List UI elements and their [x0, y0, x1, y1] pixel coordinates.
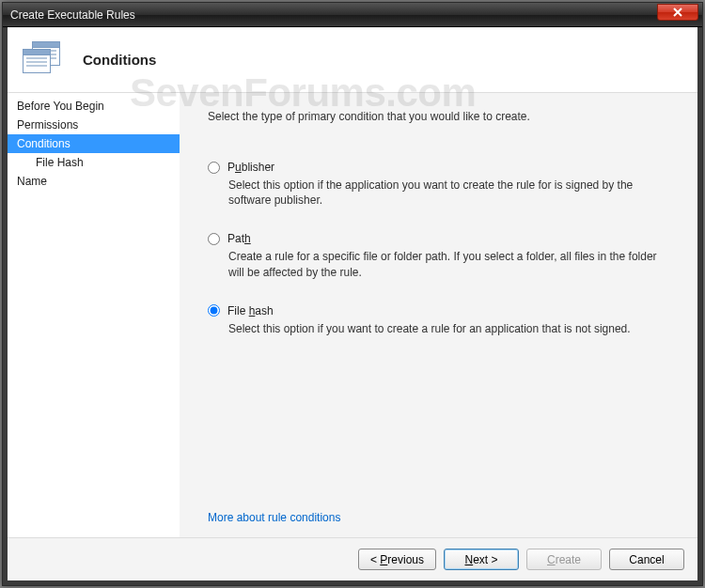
main-panel: Select the type of primary condition tha…: [180, 93, 697, 537]
option-publisher-label: Publisher: [227, 161, 274, 174]
option-publisher-head[interactable]: Publisher: [208, 161, 665, 174]
option-path-label: Path: [227, 232, 251, 245]
create-button: Create: [526, 549, 602, 570]
window-title: Create Executable Rules: [10, 8, 135, 22]
cancel-button[interactable]: Cancel: [609, 549, 684, 570]
sidebar-item-conditions[interactable]: Conditions: [8, 134, 180, 153]
body: SevenForums.com Before You Begin Permiss…: [8, 93, 697, 537]
conditions-icon: [23, 41, 64, 79]
sidebar-item-name[interactable]: Name: [8, 172, 180, 191]
option-path-desc: Create a rule for a specific file or fol…: [208, 249, 665, 279]
option-file-hash-desc: Select this option if you want to create…: [208, 321, 665, 336]
dialog-window: Create Executable Rules Conditions Seven…: [2, 2, 703, 586]
page-title: Conditions: [83, 52, 156, 68]
previous-button[interactable]: < Previous: [358, 549, 436, 570]
radio-file-hash[interactable]: [208, 304, 220, 317]
option-file-hash: File hash Select this option if you want…: [208, 304, 665, 336]
option-path: Path Create a rule for a specific file o…: [208, 232, 665, 279]
footer: < Previous Next > Create Cancel: [8, 537, 697, 580]
option-file-hash-label: File hash: [227, 304, 274, 317]
sidebar-item-file-hash[interactable]: File Hash: [8, 153, 180, 172]
client-area: Conditions SevenForums.com Before You Be…: [3, 27, 702, 585]
option-file-hash-head[interactable]: File hash: [208, 304, 665, 317]
close-icon: [673, 8, 682, 17]
header: Conditions: [8, 27, 697, 93]
intro-text: Select the type of primary condition tha…: [208, 110, 665, 123]
option-publisher-desc: Select this option if the application yo…: [208, 178, 665, 208]
radio-path[interactable]: [208, 233, 220, 245]
next-button[interactable]: Next >: [444, 549, 519, 570]
close-button[interactable]: [657, 4, 698, 21]
option-publisher: Publisher Select this option if the appl…: [208, 161, 665, 208]
sidebar-item-permissions[interactable]: Permissions: [8, 116, 180, 134]
radio-publisher[interactable]: [208, 162, 220, 174]
more-about-link[interactable]: More about rule conditions: [208, 511, 665, 524]
sidebar-item-before-you-begin[interactable]: Before You Begin: [8, 97, 180, 116]
sidebar: Before You Begin Permissions Conditions …: [8, 93, 180, 537]
titlebar[interactable]: Create Executable Rules: [3, 3, 702, 27]
option-path-head[interactable]: Path: [208, 232, 665, 245]
